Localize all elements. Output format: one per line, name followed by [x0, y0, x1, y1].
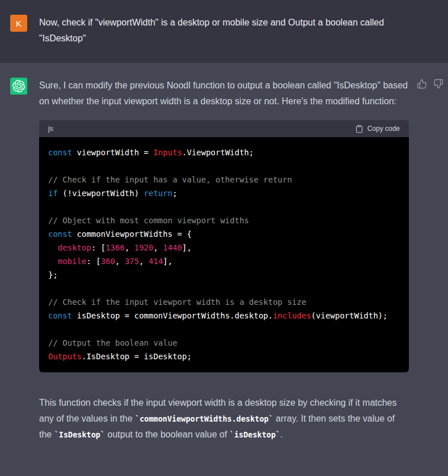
- code-block-header: js Copy code: [39, 120, 409, 137]
- chat-thread: K Now, check if "viewportWidth" is a des…: [0, 0, 448, 476]
- openai-logo-icon: [12, 80, 25, 92]
- inline-code: `commonViewportWidths.desktop`: [135, 414, 273, 423]
- code-line: [48, 282, 400, 295]
- assistant-intro-text: Sure, I can modify the previous Noodl fu…: [39, 78, 409, 109]
- code-line: const isDesktop = commonViewportWidths.d…: [48, 309, 400, 322]
- thumbs-down-icon: [433, 79, 443, 89]
- code-line: [48, 322, 400, 336]
- assistant-message-content: Sure, I can modify the previous Noodl fu…: [39, 78, 409, 460]
- thumbs-down-button[interactable]: [433, 79, 443, 91]
- clipboard-icon: [355, 125, 364, 133]
- assistant-outro-text: This function checks if the input viewpo…: [39, 395, 409, 443]
- code-line: };: [48, 268, 400, 282]
- code-block: js Copy code const viewportWidth = Input…: [39, 120, 409, 372]
- code-content: const viewportWidth = Inputs.ViewportWid…: [39, 137, 409, 372]
- code-line: // Output the boolean value: [48, 336, 400, 350]
- code-line: [48, 159, 400, 173]
- user-avatar: K: [10, 15, 27, 32]
- code: const viewportWidth = Inputs.ViewportWid…: [48, 146, 400, 363]
- code-line: // Check if the input viewport width is …: [48, 295, 400, 309]
- code-line: Outputs.IsDesktop = isDesktop;: [48, 350, 400, 363]
- user-message-content: Now, check if "viewportWidth" is a deskt…: [39, 15, 409, 46]
- code-line: [48, 200, 400, 214]
- code-line: // Check if the input has a value, other…: [48, 173, 400, 186]
- code-line: desktop: [1366, 1920, 1440],: [48, 241, 400, 254]
- user-message-text: Now, check if "viewportWidth" is a deskt…: [39, 15, 409, 46]
- code-line: const viewportWidth = Inputs.ViewportWid…: [48, 146, 400, 159]
- code-line: if (!viewportWidth) return;: [48, 186, 400, 200]
- copy-code-button[interactable]: Copy code: [355, 125, 400, 133]
- copy-code-label: Copy code: [367, 125, 400, 133]
- thumbs-up-button[interactable]: [417, 79, 427, 91]
- assistant-message: Sure, I can modify the previous Noodl fu…: [0, 62, 448, 476]
- inline-code: `isDesktop`: [230, 430, 280, 439]
- assistant-avatar: [10, 78, 27, 95]
- code-line: mobile: [360, 375, 414],: [48, 254, 400, 268]
- code-line: // Object with most common viewport widt…: [48, 214, 400, 227]
- code-line: const commonViewportWidths = {: [48, 227, 400, 241]
- inline-code: `IsDesktop`: [54, 430, 105, 439]
- user-message: K Now, check if "viewportWidth" is a des…: [0, 0, 448, 62]
- feedback-buttons: [417, 79, 443, 91]
- code-language-label: js: [48, 125, 53, 133]
- user-avatar-letter: K: [16, 19, 22, 28]
- thumbs-up-icon: [417, 79, 427, 89]
